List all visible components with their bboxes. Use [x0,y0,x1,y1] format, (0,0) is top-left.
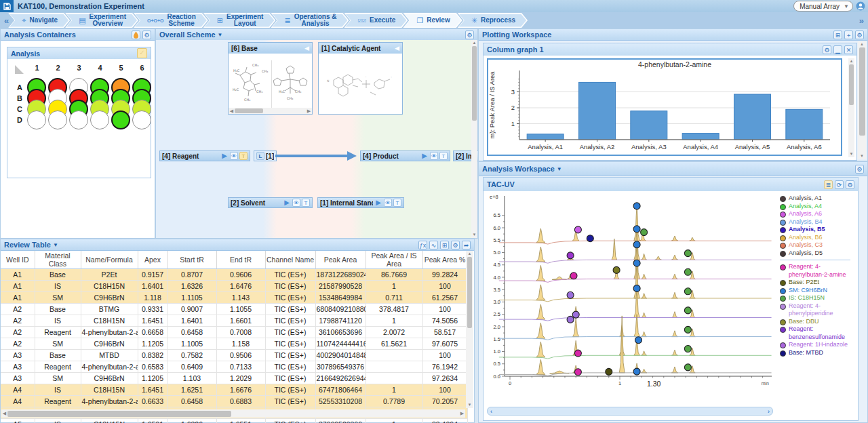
function-icon[interactable]: ƒx [418,241,427,249]
tile-icon[interactable]: ⊞ [833,31,842,39]
peak-marker-violet[interactable] [572,311,579,318]
plate-column-header[interactable]: 6 [132,64,153,75]
peak-marker-navy[interactable] [587,235,593,242]
add-icon[interactable]: ＋ [844,31,853,39]
scroll-down-icon[interactable]: ▼ [850,151,854,157]
play-icon[interactable]: ▶ [374,199,382,207]
tab-reaction-scheme[interactable]: O+O+OReaction Scheme [134,13,208,28]
user-icon[interactable] [856,1,865,11]
peak-marker-green[interactable] [684,326,691,333]
table-row[interactable]: A2Reagent4-phenylbutan-2-a...0.66580.645… [1,327,467,338]
play-icon[interactable]: ▶ [220,152,229,160]
legend-toggle-icon[interactable]: ≣ [824,180,833,189]
legend-item[interactable]: Reagent: 4-phenylpiperidine [780,302,856,318]
eye-icon[interactable]: 👁 [292,199,300,207]
bar-Analysis-A6[interactable] [786,109,823,140]
scroll-left-icon[interactable]: ◀ [1,411,7,416]
scroll-down-icon[interactable]: ▼ [860,153,864,159]
gear-icon[interactable]: ⚙ [855,31,864,39]
mode-select-dropdown[interactable]: Manual Array ▼ [793,1,853,12]
peak-marker-violet[interactable] [567,316,574,323]
bar-Analysis-A3[interactable] [631,111,667,140]
table-row[interactable]: A3BaseMTBD0.83820.75820.9506TIC (ES+)400… [1,350,467,361]
table-row[interactable]: A4ISC18H15N1.64511.62511.6676TIC (ES+)67… [1,384,467,396]
bar-Analysis-A1[interactable] [527,134,564,140]
scroll-up-icon[interactable]: ▲ [473,40,477,46]
table-header-row[interactable]: Well IDMaterial ClassName/FormulaApexSta… [1,251,467,269]
peak-marker-blue[interactable] [633,203,640,209]
column-header[interactable]: End tR [216,251,265,269]
table-row[interactable]: A3Reagent4-phenylbutan-2-a...0.65830.640… [1,361,467,373]
eye-icon[interactable]: 👁 [384,199,392,207]
plate-column-header[interactable]: 3 [68,64,90,75]
scroll-up-icon[interactable]: ▲ [860,41,864,47]
peak-marker-magenta[interactable] [574,369,581,376]
solvent-bar[interactable]: [2] Solvent ▶ 👁 T [228,197,313,208]
legend-item[interactable]: Analysis, A1 [780,195,856,203]
checkmark-icon[interactable]: ✓ [137,48,147,58]
table-row[interactable]: A1BaseP2Et0.91570.87070.9606TIC (ES+)187… [1,269,467,281]
scroll-down-icon[interactable]: ▼ [468,402,472,408]
chevron-down-icon[interactable]: ▼ [218,32,223,38]
gear-icon[interactable]: ⚙ [465,31,474,39]
grid-icon[interactable]: ⊞ [440,241,449,249]
expand-right-icon[interactable]: » [855,16,868,26]
scrollbar-thumb[interactable] [235,108,263,113]
table-horizontal-scrollbar[interactable]: ◀ ▶ [1,409,465,418]
legend-item[interactable]: Reagent: 1H-indazole [780,341,856,349]
scroll-up-icon[interactable]: ▲ [468,251,472,257]
plate-column-header[interactable]: 5 [111,64,132,75]
text-toggle-icon[interactable]: T [393,199,401,207]
table-row[interactable]: A5ISC18H15N1.65011.63261.6551TIC (ES+)37… [1,419,467,423]
vertical-scrollbar[interactable]: ▲ ▼ [471,40,477,238]
legend-item[interactable]: Analysis, A6 [780,210,856,218]
gear-icon[interactable]: ⚙ [823,45,831,54]
column-header[interactable]: Channel Name [265,251,315,269]
legend-item[interactable]: Analysis, B5 [780,226,856,234]
peak-marker-green[interactable] [684,288,691,295]
collapse-icon[interactable]: ◀ [304,45,309,52]
peak-marker-green[interactable] [641,229,648,236]
tab-operations-analysis[interactable]: ≣Operations & Analysis [271,13,349,28]
column-header[interactable]: Well ID [1,251,35,269]
scrollbar-thumb[interactable] [859,47,865,136]
tab-reprocess[interactable]: ✳Reprocess [458,13,528,28]
scrollbar-thumb[interactable] [472,46,477,121]
legend-item[interactable]: Analysis, A4 [780,203,856,211]
table-row[interactable]: A3SMC9H6BrN1.12051.1031.2029TIC (ES+)216… [1,373,467,384]
peak-marker-olive[interactable] [613,266,620,273]
well-D1[interactable] [27,110,46,129]
table-row[interactable]: A2ISC18H15N1.64511.64011.6601TIC (ES+)17… [1,315,467,327]
gear-icon[interactable]: ⚙ [846,180,854,189]
scrollbar-thumb[interactable] [849,64,854,105]
collapse-icon[interactable]: ◀ [395,45,399,52]
well-D5[interactable] [111,110,130,129]
table-row[interactable]: A2BaseBTMG0.93310.90071.1055TIC (ES+)680… [1,304,467,315]
close-icon[interactable]: ✕ [844,45,853,54]
peak-marker-green[interactable] [684,268,691,275]
plate-select-all-triangle[interactable] [15,65,24,74]
peak-marker-green[interactable] [684,307,691,314]
peak-marker-magenta[interactable] [574,350,581,357]
tab-execute[interactable]: ☑☑Execute [344,13,408,28]
legend-item[interactable]: Analysis, B6 [780,234,856,242]
gear-icon[interactable]: ⚙ [855,165,864,174]
bar-Analysis-A2[interactable] [579,82,616,140]
peak-marker-purple[interactable] [567,252,574,259]
peak-marker-green[interactable] [684,346,691,352]
legend-item[interactable]: Analysis, B4 [780,218,856,226]
table-vertical-scrollbar[interactable]: ▲ ▼ [466,251,473,408]
horizontal-scrollbar[interactable]: ◀ ▶ [229,108,312,114]
internal-standard-bar[interactable]: [1] Internal Standard ▶ 👁 T [317,197,404,208]
peak-marker-blue[interactable] [633,260,640,266]
column-header[interactable]: Material Class [35,251,81,269]
table-row[interactable]: A1SMC9H6BrN1.1181.11051.143TIC (ES+)1534… [1,292,467,304]
tab-review[interactable]: ❐Review [403,13,462,28]
plot-horizontal-scrollbar[interactable]: ‹ › [487,407,773,416]
text-toggle-icon[interactable]: T [239,152,248,160]
chromatogram-plot[interactable]: e+80.00.51.01.52.02.53.03.54.04.55.05.56… [484,192,776,420]
peak-marker-darkolive[interactable] [606,368,612,375]
plate-column-header[interactable]: 4 [90,64,111,75]
tab-experiment-overview[interactable]: ▤Experiment Overview [65,13,138,28]
legend-item[interactable]: Analysis, C3 [780,241,856,249]
